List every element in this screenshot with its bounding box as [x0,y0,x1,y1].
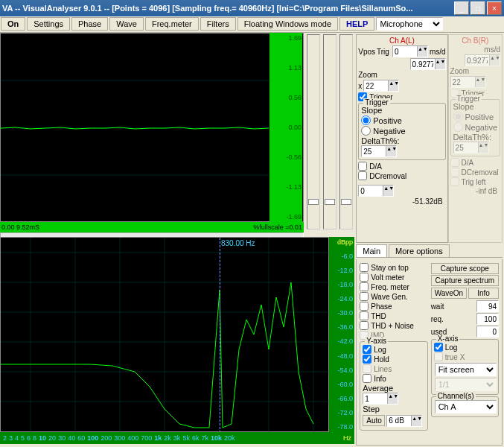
trigger-group: Trigger Slope Positive Negative DeltaTh%… [358,103,445,160]
ch-a-header: Ch A(L) [358,37,445,45]
freq-meter-checkbox[interactable] [360,282,369,291]
ch-b-header: Ch B(R) [450,37,500,45]
oscilloscope-panel: 1.691.130.560.00-0.56-1.13-1.69 0.00 9.5… [0,33,354,237]
delta-spin[interactable]: ▲▼ [361,145,397,157]
slope-negative-radio[interactable] [361,126,371,136]
auto-button[interactable]: Auto [363,415,385,426]
scale-select: 1/1 [435,378,497,391]
val92-spin[interactable]: ▲▼ [410,58,446,70]
zoom-spin[interactable]: ▲▼ [363,80,399,92]
waveon-button[interactable]: WaveOn [431,288,468,299]
main-tab-body: Stay on top Volt meter Freq. meter Wave … [356,259,503,446]
ch-b-db-readout: -inf dB [450,187,500,195]
x-log-checkbox[interactable] [434,343,443,352]
info-button[interactable]: Info [468,288,499,299]
spectrum-cursor-readout: 830.00 Hz [221,239,255,247]
source-select[interactable]: Microphone [376,17,443,31]
spectrum-y-scale: dBpp -6.0-12.0-18.0-24.0-30.0-36.0-42.0-… [329,237,354,432]
tab-strip: Main More options [356,244,503,258]
capture-scope-button[interactable]: Capture scope [431,263,499,274]
spectrum-x-scale: 23456810203040601002003004007001k2k3k5k6… [0,432,354,444]
idx-spin[interactable]: ▲▼ [358,185,394,197]
used-input[interactable] [476,326,499,337]
close-button[interactable]: × [487,1,502,15]
y-log-checkbox[interactable] [363,345,371,354]
spectrum-cursor-line [220,238,220,433]
volt-meter-checkbox[interactable] [360,273,369,282]
channel-select[interactable]: Ch A [435,400,497,413]
minimize-button[interactable]: _ [454,1,469,15]
help-button[interactable]: HELP [339,17,374,31]
wave-button[interactable]: Wave [109,17,144,31]
phase-checkbox[interactable] [360,302,369,311]
y-hold-checkbox[interactable] [363,355,371,364]
scope-vslider-2[interactable] [323,34,336,229]
dcremoval-checkbox[interactable] [358,171,367,180]
capture-spectrum-button[interactable]: Capture spectrum [431,275,499,286]
thd-checkbox[interactable] [360,311,369,320]
scope-y-scale: 1.691.130.560.00-0.56-1.13-1.69 [269,33,302,222]
phase-button[interactable]: Phase [71,17,108,31]
on-button[interactable]: On [1,17,25,31]
stay-on-top-checkbox[interactable] [360,263,369,272]
filters-button[interactable]: Filters [200,17,236,31]
maximize-button[interactable]: □ [470,1,485,15]
scope-vslider-3[interactable] [339,34,353,229]
tab-main[interactable]: Main [356,244,387,257]
ch-a-db-readout: -51.32dB [358,197,445,206]
slope-positive-radio[interactable] [361,115,371,125]
scope-vslider-1[interactable] [307,34,320,229]
wave-gen-checkbox[interactable] [360,292,369,301]
window-title: VA -- VisualAnalyser 9.0.1 -- [Points = … [2,4,454,13]
x-axis-group: X-axis Log true X Fit screen 1/1 [431,339,499,395]
tab-more-options[interactable]: More options [389,244,450,257]
channel-b-panel: Ch B(R) ms/d ▲▼ Zoom ▲▼ Trigger Trigger … [448,34,503,243]
floating-windows-button[interactable]: Floating Windows mode [237,17,338,31]
thdn-checkbox[interactable] [360,321,369,330]
average-spin[interactable]: ▲▼ [363,393,398,405]
wait-input[interactable] [476,300,499,312]
y-info-checkbox[interactable] [363,374,371,383]
msd-spin[interactable]: ▲▼ [392,45,428,57]
fit-select[interactable]: Fit screen [435,363,497,376]
spectrum-panel: 830.00 Hz dBpp -6.0-12.0-18.0-24.0-30.0-… [0,237,354,446]
titlebar: VA -- VisualAnalyser 9.0.1 -- [Points = … [0,0,504,16]
da-checkbox[interactable] [358,162,367,171]
channels-group: Channel(s) Ch A [431,396,499,417]
scope-x-scale: 0.00 9.52mS%fullscale =0.01 [0,222,304,232]
freqmeter-button[interactable]: Freq.meter [145,17,199,31]
y-axis-group: Y-axis Log Hold Lines Info Average ▲▼ St… [360,341,427,431]
channel-a-panel: Ch A(L) VposTrig▲▼ms/d ▲▼ Zoom x▲▼ Trigg… [356,34,447,243]
step-spin[interactable]: ▲▼ [386,415,422,427]
toolbar: On Settings Phase Wave Freq.meter Filter… [0,16,504,33]
spectrum-canvas[interactable]: 830.00 Hz [0,237,329,432]
scope-canvas[interactable] [0,33,304,222]
settings-button[interactable]: Settings [27,17,70,31]
req-input[interactable] [476,313,499,325]
